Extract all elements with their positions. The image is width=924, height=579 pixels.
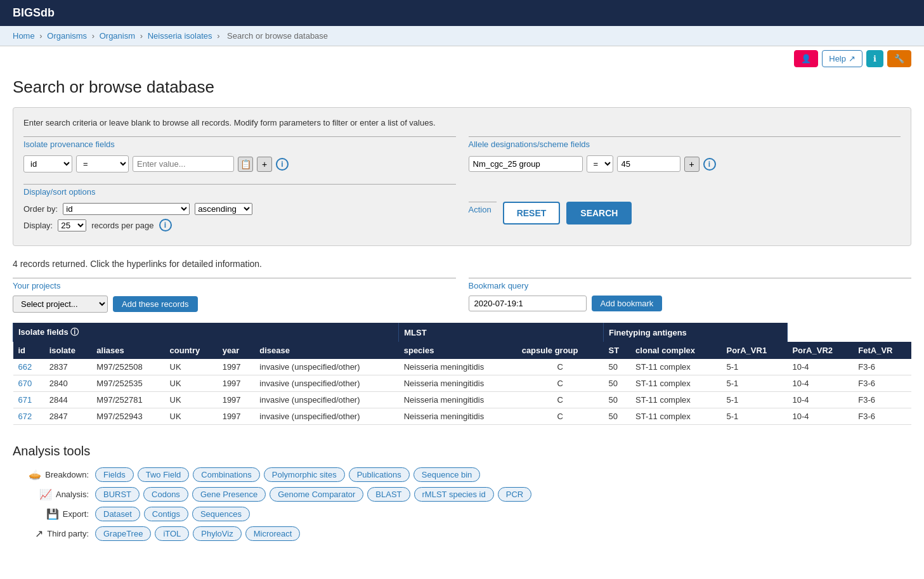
display-label: Display: xyxy=(23,221,53,230)
wrench-button[interactable]: 🔧 xyxy=(887,50,911,67)
tool-chip[interactable]: Fields xyxy=(95,467,134,482)
isolate-fields-section: Isolate provenance fields id isolate ali… xyxy=(23,136,456,178)
tool-chip[interactable]: Sequence bin xyxy=(413,467,481,482)
tool-chip[interactable]: Publications xyxy=(349,467,410,482)
isolate-value-input[interactable] xyxy=(133,156,234,172)
cell-capsule: C xyxy=(517,375,604,392)
tool-chip[interactable]: Polymorphic sites xyxy=(264,467,345,482)
help-button[interactable]: Help ↗ xyxy=(822,50,862,67)
tool-chip[interactable]: Combinations xyxy=(193,467,260,482)
breakdown-row: 🥧 Breakdown: FieldsTwo FieldCombinations… xyxy=(13,467,911,482)
tool-chip[interactable]: PhyloViz xyxy=(193,526,241,541)
export-row: 💾 Export: DatasetContigsSequences xyxy=(13,507,911,521)
isolate-info-icon[interactable]: i xyxy=(276,158,289,171)
cell-clonal: ST-11 complex xyxy=(630,375,721,392)
order-by-select[interactable]: id isolate country year xyxy=(63,203,190,215)
display-sort-section: Display/sort options Order by: id isolat… xyxy=(23,184,456,235)
tool-chip[interactable]: BLAST xyxy=(367,487,410,502)
project-select[interactable]: Select project... xyxy=(13,296,108,313)
cell-id: 671 xyxy=(13,392,44,408)
cell-feta-vr: F3-6 xyxy=(853,375,911,392)
isolate-operator-select[interactable]: = ≠ contains xyxy=(76,155,129,172)
id-link[interactable]: 672 xyxy=(18,412,32,421)
isolate-add-button[interactable]: + xyxy=(257,157,272,172)
col-pora-vr2: PorA_VR2 xyxy=(787,342,853,359)
breadcrumb-home[interactable]: Home xyxy=(13,31,35,41)
table-row: 671 2844 M97/252781 UK 1997 invasive (un… xyxy=(13,392,912,408)
cell-year: 1997 xyxy=(218,359,255,375)
col-capsule: capsule group xyxy=(517,342,604,359)
cell-species: Neisseria meningitidis xyxy=(399,392,517,408)
display-sort-label: Display/sort options xyxy=(23,184,456,197)
col-disease: disease xyxy=(254,342,398,359)
tool-chip[interactable]: Two Field xyxy=(138,467,190,482)
tool-chip[interactable]: Contigs xyxy=(144,507,188,521)
tool-chip[interactable]: iTOL xyxy=(155,526,189,541)
add-bookmark-button[interactable]: Add bookmark xyxy=(592,296,663,311)
app-title: BIGSdb xyxy=(13,6,55,19)
allele-scheme-input[interactable] xyxy=(469,156,583,172)
tool-chip[interactable]: rMLST species id xyxy=(414,487,494,502)
tool-chip[interactable]: Genome Comparator xyxy=(270,487,363,502)
tool-chip[interactable]: BURST xyxy=(95,487,140,502)
tool-chip[interactable]: PCR xyxy=(498,487,531,502)
cell-species: Neisseria meningitidis xyxy=(399,359,517,375)
cell-isolate: 2844 xyxy=(44,392,92,408)
breakdown-label: 🥧 Breakdown: xyxy=(13,469,89,481)
col-clonal: clonal complex xyxy=(630,342,721,359)
breakdown-chips: FieldsTwo FieldCombinationsPolymorphic s… xyxy=(95,467,480,482)
third-party-row: ↗ Third party: GrapeTreeiTOLPhyloVizMicr… xyxy=(13,526,911,541)
cell-pora-vr1: 5-1 xyxy=(722,375,788,392)
mlst-group-header: MLST xyxy=(399,323,604,342)
tool-chip[interactable]: Sequences xyxy=(192,507,250,521)
id-link[interactable]: 662 xyxy=(18,362,32,372)
breadcrumb-organisms[interactable]: Organisms xyxy=(47,31,87,41)
isolate-browse-button[interactable]: 📋 xyxy=(238,157,253,172)
cell-disease: invasive (unspecified/other) xyxy=(254,359,398,375)
isolate-field-row: id isolate aliases country year = ≠ cont… xyxy=(23,155,456,172)
allele-operator-select[interactable]: = ≠ xyxy=(587,155,613,172)
display-info-icon[interactable]: i xyxy=(159,219,172,231)
breadcrumb-neisseria[interactable]: Neisseria isolates xyxy=(148,31,212,41)
tool-chip[interactable]: Gene Presence xyxy=(192,487,266,502)
isolate-field-select[interactable]: id isolate aliases country year xyxy=(23,155,72,172)
order-by-label: Order by: xyxy=(23,204,58,214)
id-link[interactable]: 671 xyxy=(18,395,32,405)
cell-pora-vr2: 10-4 xyxy=(787,392,853,408)
tool-chip[interactable]: Dataset xyxy=(95,507,140,521)
allele-value-input[interactable] xyxy=(617,156,680,172)
user-button[interactable]: 👤 xyxy=(794,50,818,67)
tool-chip[interactable]: GrapeTree xyxy=(95,526,151,541)
sort-direction-select[interactable]: ascending descending xyxy=(195,203,252,215)
add-records-button[interactable]: Add these records xyxy=(113,296,198,312)
export-chips: DatasetContigsSequences xyxy=(95,507,250,521)
search-button[interactable]: SEARCH xyxy=(566,202,632,224)
tool-chip[interactable]: Codons xyxy=(143,487,188,502)
breadcrumb-current: Search or browse database xyxy=(227,31,328,41)
cell-capsule: C xyxy=(517,359,604,375)
page-title: Search or browse database xyxy=(13,77,911,97)
reset-button[interactable]: RESET xyxy=(503,202,561,224)
info-button[interactable]: ℹ xyxy=(866,50,883,67)
allele-add-button[interactable]: + xyxy=(684,157,700,172)
id-link[interactable]: 670 xyxy=(18,379,32,388)
export-icon: 💾 xyxy=(46,508,59,520)
records-per-page-select[interactable]: 10 25 50 100 200 xyxy=(58,219,86,231)
order-by-row: Order by: id isolate country year ascend… xyxy=(23,203,456,215)
tool-chip[interactable]: Microreact xyxy=(245,526,301,541)
third-party-chips: GrapeTreeiTOLPhyloVizMicroreact xyxy=(95,526,300,541)
cell-pora-vr1: 5-1 xyxy=(722,392,788,408)
analysis-row: 📈 Analysis: BURSTCodonsGene PresenceGeno… xyxy=(13,487,911,502)
projects-inner: Select project... Add these records xyxy=(13,296,456,313)
allele-fields-section: Allele designations/scheme fields = ≠ + … xyxy=(469,136,901,178)
bookmark-inner: Add bookmark xyxy=(469,296,912,311)
allele-info-icon[interactable]: i xyxy=(703,158,716,171)
action-section: Action RESET SEARCH xyxy=(469,184,901,235)
bookmark-input[interactable] xyxy=(469,296,587,311)
cell-aliases: M97/252943 xyxy=(91,408,164,425)
form-top-sections: Isolate provenance fields id isolate ali… xyxy=(23,136,901,178)
cell-id: 672 xyxy=(13,408,44,425)
breadcrumb-organism[interactable]: Organism xyxy=(100,31,135,41)
col-aliases: aliases xyxy=(91,342,164,359)
toolbar: 👤 Help ↗ ℹ 🔧 xyxy=(0,46,924,71)
